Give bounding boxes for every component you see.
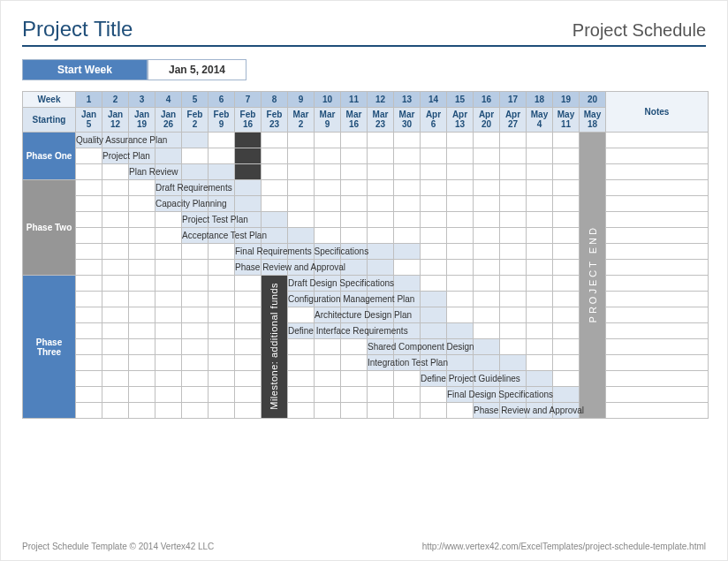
wkdate: Jan19 <box>129 108 155 133</box>
wknum: 14 <box>421 92 447 108</box>
schedule-grid: Week 1 2 3 4 5 6 7 8 9 10 11 12 13 14 15… <box>22 91 709 419</box>
gantt-bar: Phase Review and Approval <box>474 403 500 419</box>
gantt-bar: Phase Review and Approval <box>235 260 262 276</box>
start-week-value[interactable]: Jan 5, 2014 <box>148 59 246 80</box>
gantt-bar: Capacity Planning <box>155 196 182 212</box>
phase-three-label: Phase Three <box>23 276 76 419</box>
gantt-bar: Define Project Guidelines <box>421 371 447 387</box>
wknum: 4 <box>155 92 182 108</box>
wkdate: Apr6 <box>421 108 447 133</box>
wknum: 10 <box>315 92 341 108</box>
gantt-bar: Define Interface Requirements <box>288 323 315 339</box>
wkdate: Jan5 <box>76 108 102 133</box>
project-end: PROJECT END <box>580 133 606 419</box>
wknum: 20 <box>580 92 606 108</box>
gantt-bar: Plan Review <box>129 164 155 180</box>
header: Project Title Project Schedule <box>22 17 706 47</box>
wknum: 15 <box>447 92 474 108</box>
wkdate: May18 <box>580 108 606 133</box>
page-title: Project Title <box>22 17 133 42</box>
wkdate: Feb9 <box>209 108 235 133</box>
gantt-bar: Acceptance Test Plan <box>182 228 209 244</box>
wkdate: Apr20 <box>474 108 500 133</box>
hdr-week: Week <box>23 92 76 108</box>
wknum: 7 <box>235 92 262 108</box>
wkdate: Mar9 <box>315 108 341 133</box>
wkdate: Mar16 <box>341 108 368 133</box>
wkdate: Jan26 <box>155 108 182 133</box>
wkdate: Mar23 <box>368 108 394 133</box>
milestone: Milestone: additional funds <box>262 276 288 419</box>
wknum: 13 <box>394 92 421 108</box>
hdr-notes: Notes <box>606 92 709 133</box>
wkdate: Mar2 <box>288 108 315 133</box>
gantt-bar: Shared Component Design <box>368 339 394 355</box>
gantt-bar: Final Design Specifications <box>447 387 474 403</box>
gantt-bar: Final Requirements Specifications <box>235 244 262 260</box>
gantt-bar: Architecture Design Plan <box>315 307 341 323</box>
gantt-bar: Configuration Management Plan <box>288 292 315 307</box>
wkdate: Apr13 <box>447 108 474 133</box>
wkdate: Feb16 <box>235 108 262 133</box>
start-week-row: Start WeekJan 5, 2014 <box>22 59 706 80</box>
gantt-bar: Project Test Plan <box>182 212 209 228</box>
wknum: 2 <box>102 92 129 108</box>
phase-one-label: Phase One <box>23 133 76 180</box>
wknum: 19 <box>553 92 580 108</box>
wknum: 6 <box>209 92 235 108</box>
wknum: 18 <box>527 92 553 108</box>
wkdate: Feb23 <box>262 108 288 133</box>
hdr-starting: Starting <box>23 108 76 133</box>
wknum: 9 <box>288 92 315 108</box>
gantt-bar: Integration Test Plan <box>368 355 394 371</box>
footer: Project Schedule Template © 2014 Vertex4… <box>22 542 706 551</box>
page-subtitle: Project Schedule <box>573 20 706 41</box>
wknum: 16 <box>474 92 500 108</box>
wkdate: Jan12 <box>102 108 129 133</box>
gantt-bar: Draft Design Specifications <box>288 276 315 292</box>
wkdate: May4 <box>527 108 553 133</box>
phase-two-label: Phase Two <box>23 180 76 276</box>
wkdate: May11 <box>553 108 580 133</box>
wkdate: Feb2 <box>182 108 209 133</box>
wknum: 5 <box>182 92 209 108</box>
gantt-bar: Quality Assurance Plan <box>76 133 102 148</box>
wknum: 8 <box>262 92 288 108</box>
template-url: http://www.vertex42.com/ExcelTemplates/p… <box>422 542 706 551</box>
wknum: 1 <box>76 92 102 108</box>
copyright-text: Project Schedule Template © 2014 Vertex4… <box>22 542 214 551</box>
gantt-bar: Draft Requirements <box>155 180 182 196</box>
wkdate: Mar30 <box>394 108 421 133</box>
wknum: 11 <box>341 92 368 108</box>
wknum: 17 <box>500 92 527 108</box>
wknum: 3 <box>129 92 155 108</box>
gantt-bar: Project Plan <box>102 148 129 164</box>
wknum: 12 <box>368 92 394 108</box>
wkdate: Apr27 <box>500 108 527 133</box>
start-week-label: Start Week <box>22 59 148 80</box>
